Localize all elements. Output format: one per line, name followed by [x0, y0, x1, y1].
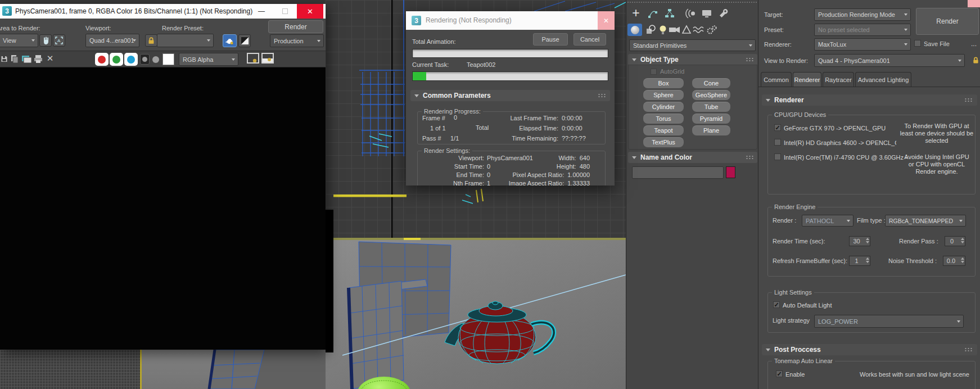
clone-window-button[interactable] [21, 54, 32, 64]
object-type-button-torus[interactable]: Torus [643, 114, 684, 124]
name-color-header[interactable]: Name and Color [628, 152, 757, 163]
viewport-bottom-left-shaded[interactable] [142, 350, 326, 389]
spinner-arrows-icon[interactable] [866, 257, 869, 263]
render-preset-select[interactable] [157, 34, 214, 47]
object-type-button-sphere[interactable]: Sphere [643, 90, 684, 100]
rendering-dialog-titlebar[interactable]: 3 Rendering (Not Responding) ✕ [406, 11, 615, 30]
dialog-close-button[interactable]: ✕ [598, 11, 615, 30]
spinner-arrows-icon[interactable] [961, 257, 964, 263]
category-geometry[interactable] [627, 24, 642, 36]
image-adjust-button[interactable] [238, 34, 251, 47]
rollout-grip-icon[interactable] [964, 347, 973, 352]
rollout-grip-icon[interactable] [964, 98, 973, 102]
viewport-select[interactable]: Quad 4...era001 [85, 34, 139, 47]
rollout-grip-icon[interactable] [746, 155, 754, 160]
object-type-button-tube[interactable]: Tube [692, 102, 730, 112]
spinner-arrows-icon[interactable] [866, 238, 869, 243]
category-helpers[interactable] [681, 24, 692, 35]
tab-renderer[interactable]: Renderer [793, 72, 821, 87]
category-spacewarps[interactable] [692, 24, 704, 35]
clear-image-button[interactable]: ✕ [45, 53, 55, 64]
render-time-spinner[interactable]: 30 [849, 236, 870, 246]
frame-window-titlebar[interactable]: 3 PhysCamera001, frame 0, RGBA Color 16 … [0, 4, 326, 19]
green-channel-button[interactable] [110, 53, 123, 66]
viewport-bottom-left-grid[interactable] [0, 350, 140, 389]
category-lights[interactable] [658, 24, 667, 35]
object-type-button-teapot[interactable]: Teapot [643, 125, 684, 135]
lock-view-button[interactable] [972, 55, 980, 66]
auto-region-button[interactable]: A [53, 34, 65, 47]
category-shapes[interactable] [645, 24, 656, 35]
blue-channel-button[interactable] [124, 53, 138, 66]
minimize-button[interactable]: — [252, 4, 271, 19]
refresh-framebuffer-spinner[interactable]: 1 [849, 256, 870, 266]
renderer-rollout-header[interactable]: Renderer [762, 94, 977, 106]
tab-advanced-lighting[interactable]: Advanced Lighting [855, 72, 911, 87]
preset-select[interactable]: No preset selected [814, 24, 911, 36]
layout-toggle-button[interactable] [246, 52, 260, 65]
light-strategy-select[interactable]: LOG_POWER [814, 315, 964, 328]
tab-display[interactable] [701, 8, 712, 19]
target-select[interactable]: Production Rendering Mode [814, 8, 911, 21]
tab-modify[interactable] [647, 8, 658, 19]
render-button-small[interactable]: Render [268, 20, 323, 33]
engine-render-select[interactable]: PATHOCL [802, 215, 853, 227]
noise-threshold-spinner[interactable]: 0.0 [943, 256, 965, 266]
view-to-render-select[interactable]: Quad 4 - PhysCamera001 [814, 54, 965, 67]
alpha-channel-button[interactable] [152, 56, 159, 63]
close-button[interactable]: ✕ [297, 4, 323, 19]
area-to-render-select[interactable]: View [0, 34, 38, 47]
primitive-category-select[interactable]: Standard Primitives [629, 39, 756, 51]
object-type-button-cone[interactable]: Cone [692, 78, 730, 88]
category-cameras[interactable] [669, 24, 681, 35]
object-color-swatch[interactable] [726, 166, 735, 178]
object-type-button-plane[interactable]: Plane [692, 125, 730, 135]
auto-default-light-checkbox[interactable]: ✓ [773, 301, 780, 308]
tab-hierarchy[interactable] [664, 8, 675, 19]
pan-region-button[interactable] [39, 34, 52, 47]
object-type-header[interactable]: Object Type [628, 54, 757, 65]
save-image-button[interactable] [0, 54, 8, 64]
render-setup-button[interactable] [223, 34, 237, 47]
object-type-button-pyramid[interactable]: Pyramid [692, 114, 730, 124]
lock-viewport-button[interactable] [145, 34, 157, 47]
viewport-perspective[interactable] [326, 240, 626, 389]
device-checkbox-gtx970[interactable]: ✓ [774, 124, 781, 131]
production-mode-select[interactable]: Production [270, 34, 324, 47]
tab-raytracer[interactable]: Raytracer [823, 72, 854, 87]
spinner-arrows-icon[interactable] [961, 238, 964, 243]
copy-image-button[interactable] [10, 54, 20, 64]
render-setup-close-button[interactable] [968, 0, 980, 7]
film-type-select[interactable]: RGBcA_TONEMAPPED [885, 215, 966, 227]
channel-display-select[interactable]: RGB Alpha [179, 53, 238, 66]
tonemap-enable-checkbox[interactable]: ✓ [776, 370, 783, 377]
save-file-checkbox[interactable] [914, 40, 921, 47]
object-type-button-box[interactable]: Box [643, 78, 684, 88]
rollout-grip-icon[interactable] [598, 93, 606, 98]
print-image-button[interactable] [33, 54, 43, 64]
tab-common[interactable]: Common [761, 72, 792, 87]
background-color-swatch[interactable] [162, 53, 174, 65]
object-type-button-textplus[interactable]: TextPlus [643, 137, 684, 147]
maximize-button[interactable] [276, 4, 295, 19]
split-toggle-button[interactable] [261, 52, 274, 65]
autogrid-checkbox[interactable] [651, 69, 657, 75]
pause-button[interactable]: Pause [533, 33, 568, 46]
tab-motion[interactable] [684, 8, 697, 19]
mono-channel-button[interactable] [140, 54, 150, 65]
common-parameters-header[interactable]: Common Parameters [410, 90, 610, 101]
panel-drag-handle[interactable] [627, 2, 757, 3]
category-systems[interactable] [706, 24, 718, 35]
render-button-main[interactable]: Render [916, 8, 979, 35]
object-type-button-cylinder[interactable]: Cylinder [643, 102, 684, 112]
post-process-rollout-header[interactable]: Post Proccess [762, 344, 977, 355]
cancel-button[interactable]: Cancel [573, 33, 606, 46]
red-channel-button[interactable] [95, 53, 109, 66]
save-file-browse-button[interactable]: ... [971, 40, 977, 48]
device-checkbox-intel-cpu[interactable] [774, 153, 781, 160]
object-type-button-geosphere[interactable]: GeoSphere [692, 90, 730, 100]
renderer-select[interactable]: MaxToLux [814, 38, 911, 51]
object-name-field[interactable] [632, 166, 724, 179]
tab-create[interactable]: + [629, 7, 643, 20]
tab-utilities[interactable] [718, 8, 729, 19]
